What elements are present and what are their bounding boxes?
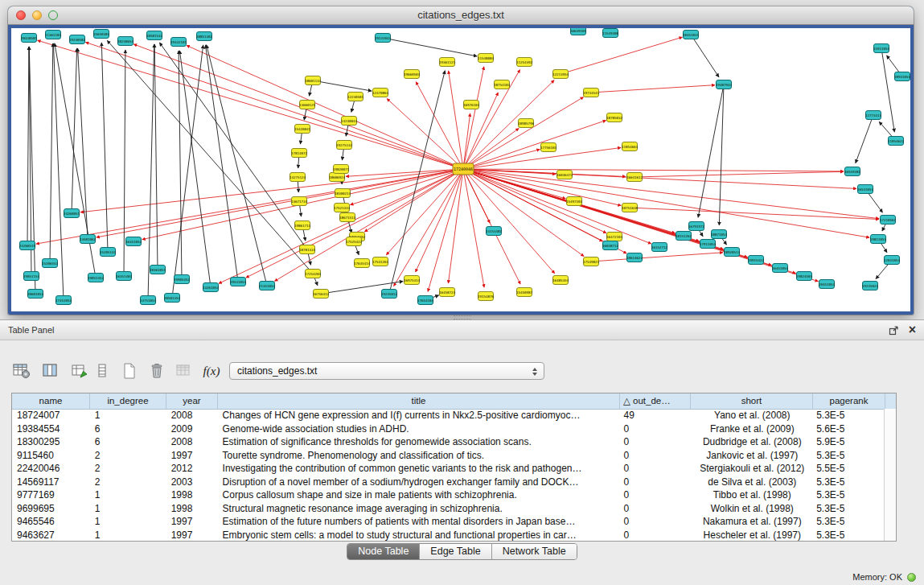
graph-node[interactable]: 18151262 [676,232,692,241]
graph-node[interactable]: 19245023 [862,282,879,290]
graph-node[interactable]: 16485354 [552,276,569,285]
column-header-name[interactable]: name [12,393,90,409]
graph-node[interactable]: 11361183 [45,31,62,39]
graph-node[interactable]: 17210562 [880,216,897,225]
graph-node[interactable]: 19154876 [478,292,495,301]
table-row[interactable]: 946554611997Estimation of the future num… [12,515,884,529]
graph-node[interactable]: 17541261 [372,257,389,266]
column-header-year[interactable]: year [166,393,218,409]
graph-node[interactable]: 17451053 [55,296,72,305]
table-row[interactable]: 946362711997Embryonic stem cells: a mode… [12,529,884,542]
graph-node[interactable]: 17521433 [334,204,351,212]
graph-node[interactable]: 12773413 [865,111,882,120]
table-row[interactable]: 1872400712008Changes of HCN gene express… [12,409,884,422]
graph-node[interactable]: 24260051 [64,209,80,218]
graph-node[interactable]: 11054622 [888,137,905,146]
graph-node[interactable]: 13660125 [299,101,316,109]
edit-table-icon[interactable] [68,360,92,381]
graph-node[interactable]: 15450987 [516,288,533,297]
graph-node[interactable]: 11549408 [602,29,619,38]
graph-node[interactable]: 14153482 [486,227,503,236]
graph-node[interactable]: 17654103 [417,296,434,305]
table-selector-dropdown[interactable]: citations_edges.txt [229,362,544,380]
graph-node[interactable]: 14240043 [341,117,358,126]
graph-node[interactable]: 13671734 [291,197,308,206]
graph-node[interactable]: 18361051 [150,266,166,274]
table-row[interactable]: 1456911722003Disruption of a novel membe… [12,476,884,489]
graph-node[interactable]: 11548084 [478,54,495,63]
graph-node[interactable]: 18606924 [329,173,346,182]
graph-node[interactable]: 19811053 [870,235,887,244]
graph-node[interactable]: 18781334 [299,245,316,254]
graph-node[interactable]: 19051352 [88,274,105,282]
graph-node[interactable]: 19660503 [404,70,421,79]
graph-node[interactable]: 20451053 [819,280,836,289]
graph-node[interactable]: 16451053 [772,264,789,273]
graph-node[interactable]: 17254204 [305,270,322,278]
graph-node[interactable]: 24260519 [19,241,36,250]
column-header-short[interactable]: short [691,393,813,409]
graph-node[interactable]: 10581542 [146,31,163,40]
graph-node[interactable]: 19432101 [170,38,187,47]
graph-node[interactable]: 18851302 [196,32,213,41]
import-table-icon[interactable] [172,360,196,381]
column-header-out_degree[interactable]: △ out_de… [620,393,691,409]
graph-node[interactable]: 19541053 [230,278,247,286]
graph-node[interactable]: 20501352 [164,294,181,303]
graph-node[interactable]: 18671513 [339,213,356,222]
graph-node[interactable]: 17814072 [291,149,308,158]
graph-node[interactable]: 12041053 [884,256,901,265]
graph-node[interactable]: 16046472 [556,171,573,179]
graph-node[interactable]: 19131043 [375,34,392,43]
graph-node[interactable]: 20438581 [21,34,38,43]
graph-node[interactable]: 19361121 [439,58,456,67]
graph-node[interactable]: 13261052 [203,283,220,292]
minimize-window-button[interactable] [32,10,42,20]
graph-node[interactable]: 17911053 [700,240,717,249]
graph-node[interactable]: 20601053 [27,290,44,299]
graph-node[interactable]: 19734541 [583,89,600,97]
table-row[interactable]: 1830029562008Estimation of significance … [12,435,884,449]
graph-node[interactable]: 19861713 [294,221,311,230]
graph-node[interactable]: 19487944 [716,80,733,89]
table-row[interactable]: 977716911998Corpus callosum shape and si… [12,488,884,502]
graph-node[interactable]: 12213954 [552,70,569,79]
window-titlebar[interactable]: citations_edges.txt [8,6,914,25]
graph-node[interactable]: 18614622 [626,253,643,262]
graph-node[interactable]: 17756103 [540,143,557,152]
graph-node[interactable]: 18754103 [494,80,511,89]
column-header-pagerank[interactable]: pagerank [813,393,885,409]
close-panel-icon[interactable]: × [909,325,916,335]
graph-node[interactable]: 18985796 [518,119,535,128]
graph-node[interactable]: 15206552 [42,259,59,268]
create-table-icon[interactable] [117,360,142,381]
graph-node[interactable]: 21351054 [259,282,276,290]
float-panel-icon[interactable] [889,325,899,336]
graph-node[interactable]: 16791972 [688,222,705,231]
graph-node[interactable]: 11854663 [622,142,639,151]
hub-node[interactable]: 17240046 [453,163,474,175]
graph-node[interactable]: 19905452 [174,275,191,284]
graph-node[interactable]: 18871053 [711,230,728,239]
graph-node[interactable]: 15911053 [873,44,890,53]
graph-node[interactable]: 16351404 [116,272,133,281]
graph-node[interactable]: 11254392 [516,58,533,67]
graph-node[interactable]: 18451831 [683,31,700,39]
graph-node[interactable]: 10751638 [622,204,639,212]
graph-node[interactable]: 14751053 [140,296,157,305]
graph-node[interactable]: 19824503 [796,272,813,281]
graph-node[interactable]: 16641612 [626,173,643,182]
graph-node[interactable]: 12230581 [347,93,364,101]
graph-node[interactable]: 16975314 [404,276,421,285]
graph-node[interactable]: 16048712 [602,241,619,250]
graph-node[interactable]: 19915422 [748,256,765,265]
tab-network-table[interactable]: Network Table [492,544,577,559]
function-builder-icon[interactable]: f(x) [199,360,224,381]
delete-table-icon[interactable] [145,360,169,381]
graph-node[interactable]: 14275124 [290,173,306,182]
table-scrollbar[interactable] [884,409,896,541]
graph-node[interactable]: 16639105 [570,28,587,35]
table-row[interactable]: 2242004622012Investigating the contribut… [12,462,884,476]
graph-node[interactable]: 19820071 [333,165,350,174]
table-row[interactable]: 969969511998Structural magnetic resonanc… [12,502,884,516]
